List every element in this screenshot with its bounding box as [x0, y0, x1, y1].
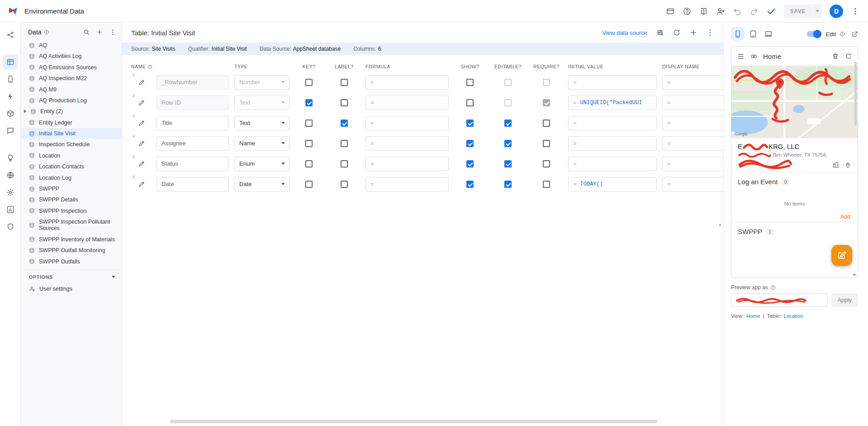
require-checkbox[interactable] [543, 181, 550, 188]
map-preview[interactable]: Google [731, 66, 858, 138]
require-checkbox[interactable] [543, 160, 550, 168]
display-name-input[interactable]: = [662, 177, 724, 191]
column-type-select[interactable]: Enum [234, 157, 289, 171]
add-item-link[interactable]: Add [731, 214, 858, 220]
label-checkbox[interactable] [341, 181, 348, 188]
label-checkbox[interactable] [341, 160, 348, 168]
display-name-input[interactable]: = [662, 116, 724, 130]
require-checkbox[interactable] [543, 99, 550, 106]
add-table-icon[interactable] [96, 29, 103, 36]
initial-value-input[interactable]: = [568, 136, 657, 151]
initial-value-input[interactable]: = [568, 157, 657, 171]
save-options-button[interactable] [812, 4, 822, 18]
table-link[interactable]: Location [783, 313, 803, 319]
view-data-source-button[interactable]: View data source [602, 29, 648, 36]
horizontal-scrollbar[interactable] [170, 420, 657, 423]
label-checkbox[interactable] [341, 140, 348, 147]
sidebar-item-aq-m9[interactable]: AQ M9 [21, 84, 122, 95]
sync-icon[interactable] [845, 53, 852, 60]
compose-fab-button[interactable] [831, 245, 852, 266]
display-name-input[interactable]: = [662, 96, 724, 110]
edit-column-icon[interactable] [138, 79, 145, 86]
column-name-input[interactable]: Assignee [157, 136, 229, 151]
key-checkbox[interactable] [305, 181, 313, 188]
verify-check-icon[interactable] [766, 6, 776, 16]
display-name-input[interactable]: = [662, 157, 724, 171]
key-checkbox[interactable] [305, 79, 313, 86]
show-checkbox[interactable] [466, 99, 474, 106]
column-name-input[interactable]: Date [157, 177, 229, 191]
upgrade-icon[interactable] [666, 7, 675, 16]
invite-user-icon[interactable] [716, 7, 725, 16]
menu-icon[interactable] [737, 53, 745, 60]
add-column-icon[interactable] [689, 29, 697, 37]
avatar[interactable]: D [830, 5, 843, 18]
sidebar-item-entity-ledger[interactable]: Entity Ledger [21, 117, 122, 128]
docs-icon[interactable] [699, 7, 708, 16]
share-nodes-icon[interactable] [3, 27, 18, 43]
sidebar-item-aq-emissions-sources[interactable]: AQ Emissions Sources [21, 62, 122, 73]
expand-caret-icon[interactable] [24, 110, 26, 113]
refresh-icon[interactable] [673, 29, 681, 37]
sidebar-item-aq-production-log[interactable]: AQ Production Log [21, 95, 122, 106]
map-pin-icon[interactable] [844, 162, 851, 168]
key-checkbox[interactable] [305, 140, 313, 147]
desktop-device-icon[interactable] [762, 27, 775, 41]
show-checkbox[interactable] [466, 140, 474, 147]
sidebar-item-aq[interactable]: AQ [21, 40, 122, 51]
sidebar-item-inspection-schedule[interactable]: Inspection Schedule [21, 139, 122, 150]
sidebar-item-swppp-inventory-of-materials[interactable]: SWPPP Inventory of Materials [21, 234, 122, 245]
column-type-select[interactable]: Name [234, 136, 289, 151]
label-checkbox[interactable] [341, 79, 348, 86]
app-views-icon[interactable] [3, 72, 18, 87]
column-type-select[interactable]: Text [234, 116, 289, 130]
sidebar-item-entity[interactable]: Entity (2) [21, 106, 122, 117]
editable-checkbox[interactable] [504, 120, 512, 127]
show-checkbox[interactable] [466, 79, 474, 86]
key-checkbox[interactable] [305, 160, 313, 168]
sidebar-item-initial-site-visit[interactable]: Initial Site Visit [21, 128, 122, 139]
collapse-panel-caret[interactable] [718, 223, 722, 227]
column-type-select[interactable]: Text [234, 96, 289, 110]
column-name-input[interactable]: Status [157, 157, 229, 171]
label-checkbox[interactable] [341, 99, 348, 106]
manage-columns-icon[interactable] [656, 29, 664, 37]
undo-icon[interactable] [733, 7, 742, 16]
sidebar-item-location[interactable]: Location [21, 150, 122, 161]
sidebar-item-swppp[interactable]: SWPPP [21, 183, 122, 194]
place-card[interactable]: E KRG, LLC Ben Wheeler, TX 75754, [731, 138, 858, 172]
sidebar-item-swppp-outfall-monitoring[interactable]: SWPPP Outfall Monitoring [21, 245, 122, 256]
sidebar-item-aq-activities-log[interactable]: AQ Activities Log [21, 51, 122, 62]
data-nav-icon[interactable] [3, 54, 18, 70]
editable-checkbox[interactable] [504, 79, 512, 86]
redo-icon[interactable] [749, 7, 759, 16]
automation-icon[interactable] [3, 89, 18, 104]
edit-column-icon[interactable] [138, 160, 145, 167]
building-icon[interactable] [832, 162, 839, 168]
edit-column-icon[interactable] [138, 181, 145, 187]
formula-input[interactable]: = [365, 157, 449, 171]
chat-icon[interactable] [3, 123, 18, 139]
preview-user-input[interactable] [731, 293, 828, 307]
formula-input[interactable]: = [365, 96, 449, 110]
sidebar-item-location-contacts[interactable]: Location Contacts [21, 161, 122, 172]
column-type-select[interactable]: Date [234, 177, 289, 191]
options-section-toggle[interactable]: OPTIONS [21, 270, 122, 283]
key-checkbox[interactable] [305, 120, 313, 127]
initial-value-input[interactable]: = [568, 75, 657, 90]
label-checkbox[interactable] [341, 120, 348, 127]
view-link[interactable]: Home [746, 313, 760, 319]
delete-icon[interactable] [832, 53, 839, 60]
editable-checkbox[interactable] [504, 181, 512, 188]
show-checkbox[interactable] [466, 181, 474, 188]
apply-button[interactable]: Apply [831, 293, 858, 307]
mobile-device-icon[interactable] [731, 27, 745, 41]
formula-input[interactable]: = [365, 75, 449, 90]
edit-column-icon[interactable] [138, 99, 145, 106]
sidebar-item-swppp-details[interactable]: SWPPP Details [21, 194, 122, 205]
sidebar-item-location-log[interactable]: Location Log [21, 172, 122, 183]
insights-bulb-icon[interactable] [3, 150, 18, 166]
require-checkbox[interactable] [543, 120, 550, 127]
linked-accounts-icon[interactable] [750, 53, 758, 60]
sidebar-item-swppp-inspection[interactable]: SWPPP Inspection [21, 206, 122, 216]
